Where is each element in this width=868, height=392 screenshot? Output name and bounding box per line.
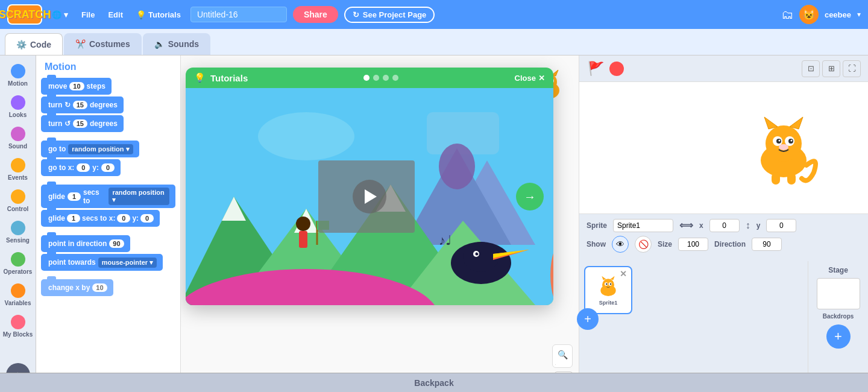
tutorial-dot-4[interactable] [392,75,398,81]
globe-icon: 🌐 [52,10,61,19]
add-sprite-button[interactable]: + [577,308,599,330]
user-chevron-icon[interactable]: ▾ [857,10,861,19]
tutorial-close-button[interactable]: Close ✕ [515,74,545,83]
tabs-bar: ⚙️ Code ✂️ Costumes 🔈 Sounds [0,29,868,55]
sidebar-item-operators[interactable]: Operators [1,248,35,279]
block-point-direction[interactable]: point in direction 90 [41,235,130,252]
refresh-icon: ↻ [353,10,359,19]
svg-rect-30 [299,231,307,248]
sound-dot [11,127,25,141]
edit-menu-button[interactable]: Edit [104,8,127,22]
sprite-thumb-sprite1[interactable]: ✕ Sprite1 [584,266,632,314]
add-backdrop-icon: + [834,329,842,344]
svg-point-28 [477,252,479,253]
backpack-bar[interactable]: Backpack [0,373,868,392]
looks-dot [11,95,25,110]
editor-area[interactable]: 💡 Tutorials Close ✕ [181,55,579,392]
goto-dropdown[interactable]: random position ▾ [68,144,133,154]
sounds-tab-icon: 🔈 [154,39,165,49]
sidebar-item-looks[interactable]: Looks [1,92,35,122]
green-flag-button[interactable]: 🚩 [587,60,605,78]
block-goto[interactable]: go to random position ▾ [41,141,139,157]
show-hidden-button[interactable]: 🚫 [635,236,652,253]
video-play-button[interactable] [353,180,386,213]
control-dot [11,189,25,204]
glide-random-dropdown[interactable]: random position ▾ [108,188,169,205]
tutorials-menu-button[interactable]: 💡 Tutorials [133,8,184,22]
scratch-logo[interactable]: SCRATCH [7,4,42,25]
see-project-button[interactable]: ↻ See Project Page [344,7,435,23]
block-row-change-x: change x by 10 [41,279,175,297]
stop-button[interactable] [609,62,624,76]
sprite-delete-button[interactable]: ✕ [618,268,629,279]
svg-rect-47 [772,172,780,185]
block-change-x[interactable]: change x by 10 [41,279,113,296]
sidebar-item-myblocks[interactable]: My Blocks [1,311,35,341]
stage-controls: 🚩 [587,60,624,78]
tutorial-dot-2[interactable] [373,75,379,81]
tutorial-dots [363,75,398,81]
user-avatar[interactable]: 😺 [799,5,819,24]
sprite-name-input[interactable] [613,219,673,232]
folder-icon[interactable]: 🗂 [781,8,793,22]
sensing-dot [11,221,25,235]
size-label: Size [658,240,672,248]
block-move[interactable]: move 10 steps [41,78,112,95]
sprite-size-input[interactable] [678,238,708,251]
sprite-x-input[interactable] [709,219,740,232]
sidebar: Motion Looks Sound Events Control Sensin… [0,55,36,392]
block-glide-random[interactable]: glide 1 secs to random position ▾ [41,185,175,208]
svg-marker-38 [764,117,778,129]
sidebar-item-sound[interactable]: Sound [1,123,35,153]
sprite-direction-input[interactable] [752,238,782,251]
operators-dot [11,252,25,267]
block-row-turn-cw: turn ↻ 15 degrees [41,96,175,113]
add-sprite-icon: + [584,312,591,326]
sidebar-item-control[interactable]: Control [1,186,35,216]
stage-backdrop-thumb[interactable] [817,278,860,309]
tutorial-next-button[interactable]: → [516,183,544,210]
myblocks-dot [11,315,25,329]
block-point-towards[interactable]: point towards mouse-pointer ▾ [41,254,163,271]
file-menu-button[interactable]: File [78,8,98,22]
tab-code[interactable]: ⚙️ Code [5,33,63,55]
block-turn-ccw[interactable]: turn ↺ 15 degrees [41,115,124,132]
tutorial-overlay: 💡 Tutorials Close ✕ [186,68,553,305]
tab-sounds[interactable]: 🔈 Sounds [143,33,210,55]
block-row-point-dir: point in direction 90 [41,235,175,252]
svg-marker-51 [602,276,606,280]
svg-marker-52 [610,276,614,280]
globe-language-button[interactable]: 🌐 ▾ [48,8,72,22]
block-row-glide-xy: glide 1 secs to x: 0 y: 0 [41,210,175,227]
share-button[interactable]: Share [293,6,338,23]
block-gotoxy[interactable]: go to x: 0 y: 0 [41,159,121,176]
tutorial-dot-1[interactable] [363,75,370,81]
sidebar-item-sensing[interactable]: Sensing [1,217,35,247]
tutorial-dot-3[interactable] [383,75,389,81]
block-turn-cw[interactable]: turn ↻ 15 degrees [41,96,124,113]
fullscreen-button[interactable]: ⛶ [843,60,861,77]
svg-point-56 [610,283,612,285]
code-tab-icon: ⚙️ [16,40,27,49]
sprite-info-row-2: Show 👁 🚫 Size Direction [587,236,861,253]
show-label: Show [587,240,606,248]
svg-point-44 [779,140,781,142]
user-name-label[interactable]: ceebee [825,10,851,19]
sidebar-item-events[interactable]: Events [1,154,35,185]
blocks-panel-title: Motion [36,55,180,76]
block-glide-xy[interactable]: glide 1 secs to x: 0 y: 0 [41,210,160,227]
sidebar-item-motion[interactable]: Motion [1,60,35,90]
svg-point-10 [258,112,354,160]
svg-point-37 [766,125,802,162]
sidebar-item-variables[interactable]: Variables [1,280,35,310]
normal-stage-button[interactable]: ⊞ [822,60,840,77]
zoom-out-button[interactable]: 🔍 [555,347,570,362]
svg-rect-48 [787,172,796,185]
tab-costumes[interactable]: ✂️ Costumes [64,33,142,55]
show-visible-button[interactable]: 👁 [612,236,629,253]
small-stage-button[interactable]: ⊡ [802,60,820,77]
add-backdrop-button[interactable]: + [826,324,851,349]
point-towards-dropdown[interactable]: mouse-pointer ▾ [98,258,157,268]
sprite-y-input[interactable] [766,219,796,232]
project-name-input[interactable] [190,7,287,22]
